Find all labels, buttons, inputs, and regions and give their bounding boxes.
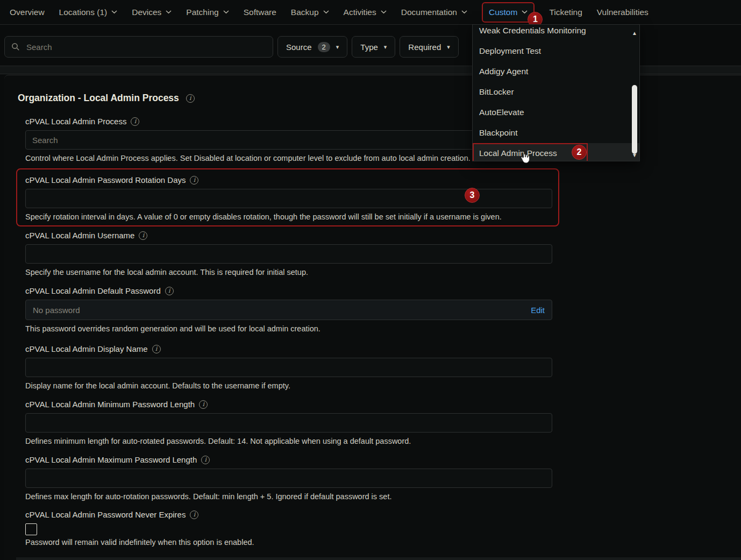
annotation-badge-3: 3 — [465, 188, 480, 203]
field-display-name: cPVAL Local Admin Display Name Display n… — [25, 344, 552, 390]
field-label: cPVAL Local Admin Maximum Password Lengt… — [25, 455, 197, 464]
default-password-input[interactable]: No password Edit — [25, 300, 552, 320]
field-label: cPVAL Local Admin Minimum Password Lengt… — [25, 400, 195, 409]
menu-item-label: Deployment Test — [479, 46, 541, 56]
search-input[interactable] — [25, 42, 266, 52]
type-filter-button[interactable]: Type ▾ — [352, 36, 395, 58]
required-filter-label: Required — [408, 42, 441, 52]
source-filter-label: Source — [286, 42, 312, 52]
info-icon[interactable] — [139, 231, 147, 240]
field-label: cPVAL Local Admin Default Password — [25, 286, 161, 295]
max-password-length-input[interactable] — [25, 469, 552, 488]
field-min-password-length: cPVAL Local Admin Minimum Password Lengt… — [25, 400, 552, 445]
nav-item-label: Overview — [10, 8, 45, 17]
nav-item-label: Documentation — [401, 8, 457, 17]
nav-item-patching[interactable]: Patching — [186, 8, 229, 17]
menu-item-label: Addigy Agent — [479, 67, 528, 76]
nav-item-label: Custom — [489, 8, 517, 17]
field-label-row: cPVAL Local Admin Password Rotation Days — [25, 175, 552, 185]
field-label-row: cPVAL Local Admin Maximum Password Lengt… — [25, 455, 552, 464]
field-username: cPVAL Local Admin Username Specify the u… — [25, 231, 552, 277]
password-never-expires-checkbox[interactable] — [25, 523, 37, 535]
field-label-row: cPVAL Local Admin Password Never Expires — [25, 510, 552, 519]
custom-dropdown-menu: Weak Credentials Monitoring Deployment T… — [472, 24, 640, 161]
type-filter-label: Type — [360, 42, 378, 52]
chevron-down-icon — [111, 10, 117, 14]
menu-item-label: Weak Credentials Monitoring — [479, 26, 586, 36]
field-label: cPVAL Local Admin Process — [25, 117, 126, 126]
nav-item-activities[interactable]: Activities — [344, 8, 387, 17]
nav-item-label: Patching — [186, 8, 218, 17]
nav-item-software[interactable]: Software — [244, 8, 276, 17]
menu-item-bitlocker[interactable]: BitLocker — [473, 82, 639, 102]
triangle-down-icon: ▾ — [447, 44, 450, 50]
nav-item-backup[interactable]: Backup — [291, 8, 329, 17]
nav-item-label: Devices — [132, 8, 161, 17]
field-helper-text: Display name for the local admin account… — [25, 381, 552, 390]
page-title-row: Organization - Local Admin Process — [18, 93, 195, 104]
scroll-up-arrow[interactable]: ▲ — [632, 31, 637, 36]
triangle-down-icon: ▾ — [384, 44, 387, 50]
menu-item-local-admin-process[interactable]: Local Admin Process — [473, 143, 639, 161]
nav-item-locations[interactable]: Locations (1) — [59, 8, 118, 17]
field-label-row: cPVAL Local Admin Default Password — [25, 286, 552, 295]
menu-item-deployment-test[interactable]: Deployment Test — [473, 41, 639, 61]
info-icon[interactable] — [201, 456, 210, 464]
nav-item-label: Software — [244, 8, 276, 17]
filter-bar: Source 2 ▾ Type ▾ Required ▾ — [4, 36, 459, 58]
info-icon[interactable] — [131, 117, 139, 126]
field-max-password-length: cPVAL Local Admin Maximum Password Lengt… — [25, 455, 552, 501]
field-default-password: cPVAL Local Admin Default Password No pa… — [25, 286, 552, 333]
nav-item-devices[interactable]: Devices — [132, 8, 172, 17]
field-helper-text: Specify the username for the local admin… — [25, 268, 552, 277]
field-password-never-expires: cPVAL Local Admin Password Never Expires… — [25, 510, 552, 547]
menu-item-blackpoint[interactable]: Blackpoint — [473, 123, 639, 143]
field-label: cPVAL Local Admin Display Name — [25, 344, 148, 353]
nav-item-label: Ticketing — [549, 8, 582, 17]
menu-item-autoelevate[interactable]: AutoElevate — [473, 102, 639, 123]
nav-item-ticketing[interactable]: Ticketing — [549, 8, 582, 17]
chevron-down-icon — [323, 10, 329, 14]
menu-item-label: BitLocker — [479, 87, 514, 97]
field-helper-text: This password overrides random generatio… — [25, 324, 552, 333]
nav-item-documentation[interactable]: Documentation — [401, 8, 467, 17]
source-filter-button[interactable]: Source 2 ▾ — [277, 36, 347, 58]
min-password-length-input[interactable] — [25, 413, 552, 433]
info-icon[interactable] — [190, 511, 198, 519]
field-helper-text: Specify rotation interval in days. A val… — [25, 212, 552, 221]
top-nav: Overview Locations (1) Devices Patching … — [0, 0, 741, 25]
nav-item-custom[interactable]: Custom 1 — [482, 2, 535, 23]
edit-password-link[interactable]: Edit — [531, 306, 545, 315]
info-icon[interactable] — [190, 176, 198, 185]
search-box — [4, 36, 273, 58]
menu-item-label: AutoElevate — [479, 108, 524, 117]
field-label-row: cPVAL Local Admin Minimum Password Lengt… — [25, 400, 552, 409]
field-label: cPVAL Local Admin Password Never Expires — [25, 510, 186, 519]
info-icon[interactable] — [199, 400, 208, 409]
nav-item-label: Vulnerabilities — [597, 8, 649, 17]
info-icon[interactable] — [152, 345, 161, 353]
nav-item-vulnerabilities[interactable]: Vulnerabilities — [597, 8, 649, 17]
field-label-row: cPVAL Local Admin Display Name — [25, 344, 552, 353]
field-helper-text: Defines max length for auto-rotation pas… — [25, 492, 552, 501]
scrollbar-thumb[interactable] — [632, 85, 637, 154]
menu-item-label: Blackpoint — [479, 128, 518, 138]
field-label: cPVAL Local Admin Password Rotation Days — [25, 175, 186, 185]
scroll-down-arrow[interactable]: ▼ — [632, 153, 637, 158]
bottom-divider — [16, 557, 741, 560]
field-helper-text: Defines minimum length for auto-rotated … — [25, 437, 552, 445]
nav-item-overview[interactable]: Overview — [10, 8, 45, 17]
display-name-input[interactable] — [25, 358, 552, 377]
username-input[interactable] — [25, 244, 552, 264]
annotation-badge-2: 2 — [572, 145, 587, 160]
source-count-badge: 2 — [318, 42, 330, 52]
info-icon[interactable] — [165, 287, 174, 295]
chevron-down-icon — [166, 10, 172, 14]
menu-item-addigy-agent[interactable]: Addigy Agent — [473, 61, 639, 82]
menu-item-weak-credentials-monitoring[interactable]: Weak Credentials Monitoring — [473, 24, 639, 41]
chevron-down-icon — [522, 10, 528, 14]
info-icon[interactable] — [186, 94, 195, 103]
menu-item-label: Local Admin Process — [479, 148, 557, 158]
chevron-down-icon — [381, 10, 387, 14]
required-filter-button[interactable]: Required ▾ — [400, 36, 458, 58]
